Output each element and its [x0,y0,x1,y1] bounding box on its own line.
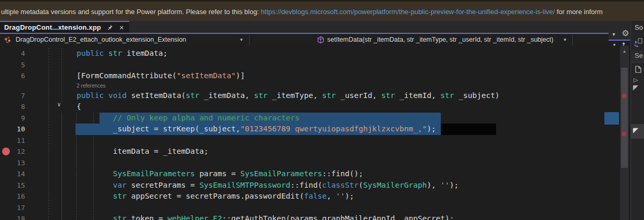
code-line[interactable]: public void setItemData(str _itemData, s… [58,90,500,102]
class-dropdown[interactable]: DragDropControl_E2_ettach_outlook_extens… [0,34,249,46]
line-number[interactable]: 8 [11,101,25,113]
code-token: )] [236,71,244,80]
code-token: ), [427,181,440,189]
vs-editor-window: ultiple metadata versions and support fo… [0,0,644,220]
line-number[interactable]: 12 [11,146,25,157]
method-dropdown[interactable]: setItemData(str _itemData, str _itemType… [313,34,572,46]
sync-active-document-icon[interactable] [634,38,643,49]
code-token: str [254,91,272,100]
code-token: itemData = _itemData; [58,147,208,155]
code-token [58,181,113,189]
code-token: str [108,49,127,57]
code-token: ::find( [290,181,322,189]
line-number[interactable]: 11 [11,135,25,146]
notification-bar: ultiple metadata versions and support fo… [0,0,644,21]
code-token: _subject) [459,91,500,100]
nav-divider [572,35,573,45]
scrollbar-selection-annotation [604,112,619,125]
code-line[interactable]: str token = webHelper_E2::getAuthToken(p… [58,213,454,220]
breakpoint-dot[interactable] [2,148,10,155]
redacted-area [441,124,496,135]
code-token: ); [427,125,436,133]
tree-item-icon[interactable]: ◤ [633,126,638,134]
right-accent-line [609,40,630,41]
nav-divider [249,35,250,45]
tree-collapsed-icon[interactable]: ▷ [634,77,638,83]
code-line[interactable]: str appSecret = secretParams.passwordEdi… [58,191,354,202]
code-line[interactable]: var secretParams = SysEmailSMTPPassword:… [58,180,459,191]
code-token: ::find(); [322,169,363,178]
code-token: _itemData, [204,91,254,100]
tab-dragdropcontrol-xpp[interactable]: DragDropCont...xtension.xpp × [0,21,129,33]
code-token: _itemId, [400,91,441,100]
code-token [58,192,113,200]
code-token: setItemData( [131,91,186,100]
notification-text-after: for more inform [555,8,603,16]
code-token: _subject = strKeep(_subject, [58,125,240,133]
code-token: '' [336,192,345,200]
line-number[interactable]: 9 [11,113,25,124]
solution-explorer-title: So [635,23,643,31]
code-token: false [304,192,327,200]
chevron-down-icon[interactable]: ▾ [240,37,243,42]
scrollbar-thumb[interactable] [621,68,628,168]
code-line[interactable]: { [58,101,81,113]
code-token: _itemType, [272,91,322,100]
file-icon [635,66,641,75]
code-line[interactable]: [FormCommandAttribute("setItemData")] [58,70,245,82]
search-solution-explorer-text: Se [635,52,643,59]
indent-guide [48,48,49,220]
line-number[interactable]: 15 [11,180,25,191]
notification-link[interactable]: https://devblogs.microsoft.com/powerplat… [261,8,555,16]
chevron-down-icon[interactable]: ▾ [564,37,566,42]
line-number[interactable]: 5 [11,59,25,71]
code-token [58,214,113,220]
code-token: SysEmailParameters [240,169,322,178]
code-line[interactable]: public str itemData; [58,48,168,59]
close-icon[interactable]: × [118,24,125,31]
code-token: classStr [322,181,358,189]
line-number[interactable]: 17 [11,202,25,214]
code-token: "setItemData" [177,71,236,80]
code-token: str [113,214,131,220]
gear-icon[interactable]: ⚙ [621,28,630,39]
code-token: _userId, [340,91,381,100]
code-line[interactable]: _subject = strKeep(_subject,"0123456789 … [58,124,436,135]
navigation-bar: DragDropControl_E2_ettach_outlook_extens… [0,34,609,46]
code-line[interactable]: SysEmailParameters params = SysEmailPara… [58,168,363,180]
method-signature: setItemData(str _itemData, str _itemType… [327,36,553,43]
scrollbar-error-mark [622,132,626,136]
fold-collapse-icon[interactable]: ∨ [57,101,61,108]
codelens-references[interactable]: 2 references [77,83,106,89]
line-number[interactable]: 7 [11,90,25,102]
line-number[interactable]: 4 [11,48,25,59]
line-number[interactable]: 13 [11,157,25,169]
class-name: DragDropControl_E2_ettach_outlook_extens… [16,36,186,43]
code-token: ); [450,181,459,189]
pin-icon[interactable] [106,24,113,31]
notification-text: ultiple metadata versions and support fo… [1,8,261,16]
tree-item-icon[interactable]: ◤ [633,83,638,91]
line-number[interactable]: 10 [11,124,25,135]
code-token: '' [440,181,449,189]
line-number[interactable]: 16 [11,191,25,202]
code-token: str [185,91,204,100]
code-token: SysEmailParameters [113,169,200,178]
code-token: str [113,192,131,200]
class-icon [4,36,12,46]
line-number[interactable]: 14 [11,168,25,180]
code-token: ::getAuthToken(params.graphMailerAppId, … [222,214,454,220]
code-token [58,91,77,100]
window-list-chevron-icon[interactable]: ▾ [610,31,617,38]
code-token [58,49,77,57]
code-token: appSecret = secretParams.passwordEdit( [131,192,304,200]
line-number[interactable]: 6 [11,70,25,82]
code-token: token = [131,214,168,220]
code-token: "0123456789 qwertyuiopasdfghjklzxcvbnm_,… [240,125,427,133]
line-number[interactable]: 18 [11,213,25,220]
code-line[interactable]: // Only keep alpha and numeric character… [58,113,300,124]
scroll-up-icon[interactable]: ▲ [621,48,628,55]
code-line[interactable]: itemData = _itemData; [58,146,208,157]
code-editor[interactable]: 4 public str itemData;56 [FormCommandAtt… [0,46,630,220]
code-token: [FormCommandAttribute( [58,71,177,80]
